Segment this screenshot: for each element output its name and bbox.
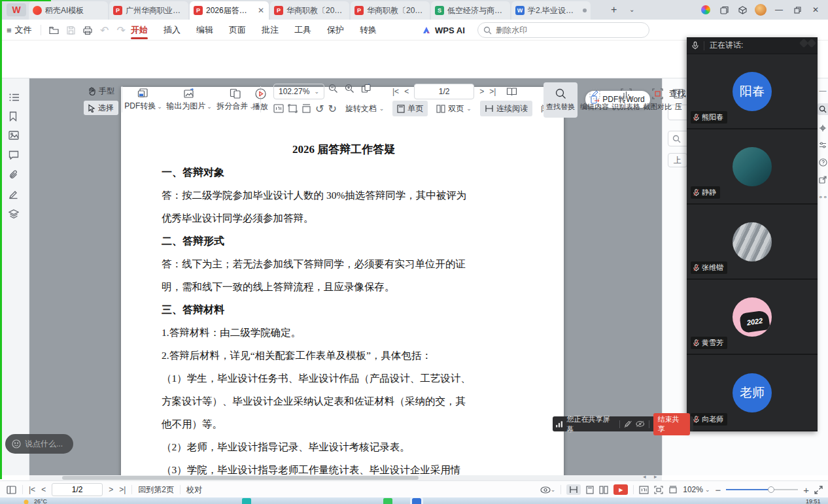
wps-ai-button[interactable]: WPS AI [422, 20, 465, 41]
fit-width-button[interactable] [668, 486, 678, 494]
collapse-icon[interactable]: — [819, 86, 827, 94]
rotate-right-icon[interactable]: ↻ [328, 103, 336, 115]
page-number-input[interactable] [52, 483, 103, 496]
wps-logo[interactable]: W [7, 3, 26, 16]
single-page-button[interactable]: 单页 [392, 101, 428, 116]
fit-screen-button[interactable] [654, 486, 663, 494]
proofread-button[interactable]: 校对 [186, 484, 202, 496]
book-icon[interactable] [506, 87, 517, 97]
scrollbar-thumb[interactable] [62, 476, 419, 480]
hand-tool-button[interactable]: 手型 [84, 84, 118, 98]
attachment-icon[interactable] [9, 170, 18, 180]
maximize-button[interactable] [790, 3, 804, 17]
last-page-icon[interactable]: >| [119, 485, 126, 494]
search-input[interactable] [496, 25, 627, 35]
menu-insert[interactable]: 插入 [156, 20, 188, 41]
more-rail-icon[interactable]: ∘∘ [818, 193, 827, 201]
menu-home[interactable]: 开始 [123, 20, 156, 41]
menu-page[interactable]: 页面 [221, 20, 254, 41]
page-organize-icon[interactable] [361, 84, 372, 93]
minimize-button[interactable]: — [772, 3, 786, 17]
comment-panel-icon[interactable] [9, 150, 19, 160]
scroll-right-icon[interactable]: ▸ [654, 473, 657, 480]
edit-content-button[interactable]: 编辑内容 [578, 82, 612, 118]
select-tool-button[interactable]: 选择 [84, 101, 118, 115]
zoom-out-button[interactable]: − [715, 484, 721, 496]
annotate-rail-icon[interactable] [819, 124, 827, 132]
previous-result-button[interactable]: 上 [668, 153, 687, 167]
tab-docer-template[interactable]: 稻壳AI模板 [29, 1, 108, 20]
zoom-level-select[interactable]: 102%⌄ [683, 485, 710, 494]
image-panel-icon[interactable] [9, 131, 19, 140]
participant-tile[interactable]: 静静 [687, 129, 818, 205]
taskbar-app-icon[interactable] [242, 498, 251, 504]
tab-document-3[interactable]: P 华商职教〔2025〕96 [351, 1, 430, 20]
first-page-icon[interactable]: |< [392, 87, 399, 96]
menu-protect[interactable]: 保护 [319, 20, 352, 41]
continuous-read-button[interactable]: 连续阅读 [480, 101, 532, 116]
tab-document-2[interactable]: P 华商职教〔2025〕95 [270, 1, 349, 20]
menu-edit[interactable]: 编辑 [188, 20, 221, 41]
play-button[interactable]: 播放 [246, 84, 275, 116]
export-rail-icon[interactable] [819, 176, 827, 184]
page-number-input[interactable] [414, 84, 474, 99]
open-folder-icon[interactable] [49, 26, 59, 35]
prev-page-icon[interactable]: < [41, 485, 46, 494]
zoom-in-icon[interactable] [345, 84, 354, 93]
zoom-level-select[interactable]: 102.27%⌄ [273, 84, 324, 99]
fullscreen-button[interactable] [814, 486, 823, 494]
screenshot-compare-button[interactable]: 截图对比 [640, 82, 674, 118]
prev-page-icon[interactable]: < [404, 87, 409, 96]
chat-quick-input[interactable]: 说点什么... [5, 434, 73, 454]
scroll-left-icon[interactable]: ◂ [643, 473, 646, 480]
recognize-table-button[interactable]: 识别表格 [609, 82, 643, 118]
next-page-icon[interactable]: > [109, 485, 113, 494]
taskbar-app-icon[interactable] [383, 498, 392, 504]
workspace-icon[interactable] [717, 3, 731, 17]
actual-size-icon[interactable] [273, 104, 284, 113]
next-page-icon[interactable]: > [479, 87, 484, 96]
tab-spreadsheet[interactable]: S 低空经济与商务学院毕 [431, 1, 510, 20]
end-share-button[interactable]: 结束共享 [653, 413, 690, 435]
outline-panel-icon[interactable] [9, 93, 20, 102]
zoom-in-button[interactable]: + [803, 484, 809, 496]
participant-tile[interactable]: 阳春 熊阳春 [687, 54, 818, 129]
undo-icon[interactable]: ↶ [100, 24, 109, 37]
rotate-doc-button[interactable]: 旋转文档⌄ [341, 101, 389, 116]
double-page-view-button[interactable] [599, 486, 608, 494]
horizontal-scrollbar[interactable]: ◂ ▸ [29, 475, 662, 480]
presentation-play-button[interactable]: ▶ [613, 484, 628, 495]
help-rail-icon[interactable] [819, 158, 827, 167]
panel-toggle-icon[interactable] [7, 486, 16, 494]
weather-icon[interactable] [22, 498, 30, 504]
first-page-icon[interactable]: |< [29, 485, 35, 494]
continuous-view-button[interactable] [566, 484, 581, 495]
compress-button[interactable]: 压 [672, 82, 685, 118]
double-page-button[interactable]: 双页⌄ [432, 101, 476, 116]
layers-icon[interactable] [9, 209, 19, 219]
3d-box-icon[interactable] [735, 3, 750, 17]
save-icon[interactable] [67, 26, 75, 35]
rotate-left-icon[interactable]: ↺ [315, 103, 324, 115]
participant-tile[interactable]: 老师 向老师 [687, 355, 818, 430]
export-image-button[interactable]: 输出为图片⌄ [165, 84, 213, 116]
tab-active-document[interactable]: P 2026届答辩工作答 ✕ [190, 1, 269, 20]
participant-tile[interactable]: 2022 黄雪芳 [687, 280, 818, 355]
signature-icon[interactable] [9, 190, 18, 199]
tab-word-document[interactable]: W 学2.毕业设计封面及 [511, 1, 591, 20]
print-icon[interactable] [83, 26, 92, 35]
toolbar-search[interactable] [477, 22, 649, 38]
user-avatar[interactable] [753, 3, 768, 17]
pdf-convert-button[interactable]: PDF转换⌄ [123, 84, 164, 116]
actual-size-button[interactable] [639, 486, 649, 494]
bookmark-icon[interactable] [9, 111, 18, 122]
fit-width-icon[interactable] [288, 104, 298, 113]
theme-icon[interactable] [699, 3, 713, 17]
menu-tools[interactable]: 工具 [286, 20, 319, 41]
participant-tile[interactable]: 张维锴 [687, 205, 818, 280]
settings-rail-icon[interactable] [819, 141, 827, 149]
new-tab-button[interactable]: + [611, 4, 617, 16]
tab-document-1[interactable]: P 广州华商职业学院毕业 [109, 1, 188, 20]
close-button[interactable]: ✕ [808, 3, 823, 17]
search-rail-icon[interactable] [818, 103, 828, 115]
